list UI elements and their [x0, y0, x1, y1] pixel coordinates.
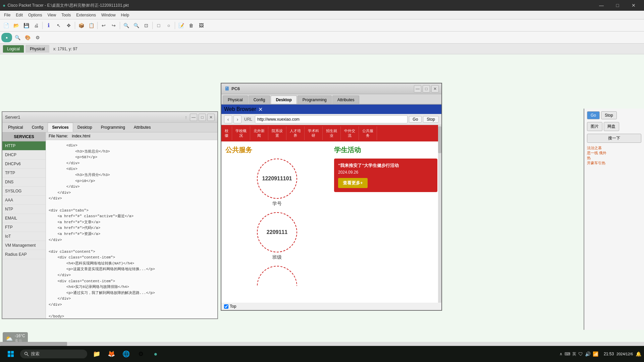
rect-tool[interactable]: □ — [154, 21, 163, 30]
server1-tab-physical[interactable]: Physical — [4, 123, 28, 132]
nav-go-button[interactable]: Go — [409, 116, 422, 123]
service-iot[interactable]: IoT — [2, 232, 46, 241]
service-vm[interactable]: VM Management — [2, 241, 46, 250]
pc6-tab-config[interactable]: Config — [249, 96, 270, 104]
taskbar-icon-cpt[interactable]: ● — [149, 347, 162, 361]
nav-public[interactable]: 公共服务 — [359, 126, 377, 140]
minimize-button[interactable]: — — [594, 0, 609, 11]
print-button[interactable]: 🖨 — [32, 21, 41, 30]
panel-disk-button[interactable]: 网盘 — [604, 122, 619, 131]
nav-research[interactable]: 学术科研 — [305, 126, 323, 140]
open-file-button[interactable]: 📂 — [11, 21, 21, 30]
menu-tools[interactable]: Tools — [59, 12, 73, 18]
network-canvas[interactable]: Server1 ↑ — □ ✕ Physical Config Services… — [0, 54, 644, 346]
menu-help[interactable]: Help — [118, 12, 132, 18]
service-dhcp[interactable]: DHCP — [2, 150, 46, 160]
panel-images-button[interactable]: 图片 — [587, 122, 602, 131]
image-tool[interactable]: 🖼 — [197, 21, 206, 30]
service-ntp[interactable]: NTP — [2, 205, 46, 214]
nav-about[interactable]: 学校概况 — [232, 126, 250, 140]
pc6-tab-desktop[interactable]: Desktop — [271, 96, 297, 104]
server1-tab-attributes[interactable]: Attributes — [129, 123, 155, 132]
zoom-fit-button[interactable]: ⊡ — [142, 21, 151, 30]
service-dns[interactable]: DNS — [2, 178, 46, 187]
server1-maximize[interactable]: □ — [199, 114, 206, 121]
menu-file[interactable]: File — [1, 12, 13, 18]
undo-button[interactable]: ↩ — [99, 21, 108, 30]
server1-tab-config[interactable]: Config — [28, 123, 48, 132]
zoom-out-button[interactable]: 🔍 — [131, 21, 141, 30]
pc6-tab-physical[interactable]: Physical — [223, 96, 248, 104]
service-dhcpv6[interactable]: DHCPv6 — [2, 160, 46, 169]
service-radius[interactable]: Radius EAP — [2, 250, 46, 259]
service-syslog[interactable]: SYSLOG — [2, 187, 46, 196]
tray-arrow-icon[interactable]: ∧ — [559, 352, 562, 356]
maximize-button[interactable]: □ — [610, 0, 625, 11]
component-button[interactable]: ⚙ — [33, 33, 42, 42]
ellipse-tool[interactable]: ○ — [164, 21, 173, 30]
browser-close-button[interactable]: ✕ — [256, 106, 265, 113]
tab-physical[interactable]: Physical — [25, 45, 49, 53]
info-button[interactable]: ℹ — [44, 21, 53, 30]
panel-search-button[interactable]: 搜一下 — [587, 134, 641, 143]
pc6-tab-attributes[interactable]: Attributes — [332, 96, 360, 104]
nav-departments[interactable]: 院系设置 — [268, 126, 286, 140]
save-file-button[interactable]: 💾 — [21, 21, 31, 30]
pc6-close[interactable]: ✕ — [431, 85, 439, 93]
panel-go-button[interactable]: Go — [587, 111, 600, 119]
nav-exchange[interactable]: 中外交流 — [341, 126, 359, 140]
pointer-tool[interactable]: ↖ — [54, 21, 63, 30]
palette-button[interactable]: 🎨 — [23, 33, 32, 42]
service-aaa[interactable]: AAA — [2, 196, 46, 205]
menu-window[interactable]: Window — [99, 12, 118, 18]
taskbar-icon-settings[interactable]: ⚙ — [134, 347, 148, 361]
website-scrollbar[interactable] — [438, 125, 441, 303]
service-email[interactable]: EMAIL — [2, 214, 46, 223]
select-mode-button[interactable]: ● — [1, 33, 12, 42]
code-editor[interactable]: <div> <h3>当前总分</h3> <p>587</p> </div> <d… — [46, 140, 217, 318]
taskbar-icon-browser2[interactable]: 🌐 — [119, 347, 133, 361]
service-tftp[interactable]: TFTP — [2, 169, 46, 178]
move-tool[interactable]: ✥ — [64, 21, 73, 30]
distribute-button[interactable]: 📋 — [87, 21, 96, 30]
server1-close[interactable]: ✕ — [207, 114, 215, 121]
server1-tab-services[interactable]: Services — [48, 123, 73, 132]
delete-tool[interactable]: 🗑 — [186, 21, 196, 30]
tab-logical[interactable]: Logical — [3, 45, 24, 53]
new-file-button[interactable]: 📄 — [1, 21, 11, 30]
panel-stop-button[interactable]: Stop — [601, 111, 617, 119]
server1-tab-programming[interactable]: Programming — [97, 123, 129, 132]
close-button[interactable]: ✕ — [626, 0, 641, 11]
nav-talent[interactable]: 人才培养 — [286, 126, 305, 140]
nav-news[interactable]: 北外新闻 — [250, 126, 268, 140]
url-input[interactable] — [255, 115, 408, 123]
notification-icon[interactable]: 🔔 — [636, 351, 641, 357]
taskbar-icon-explorer[interactable]: 📁 — [90, 347, 103, 361]
canvas-scrollbar[interactable] — [0, 342, 644, 346]
pc6-maximize[interactable]: □ — [423, 85, 430, 93]
zoom-in-button[interactable]: 🔍 — [121, 21, 131, 30]
start-button[interactable] — [3, 346, 19, 362]
menu-options[interactable]: Options — [25, 12, 45, 18]
server1-tab-desktop[interactable]: Desktop — [73, 123, 97, 132]
service-ftp[interactable]: FTP — [2, 223, 46, 232]
nav-back-button[interactable]: ‹ — [224, 115, 232, 123]
pc6-tab-programming[interactable]: Programming — [298, 96, 332, 104]
search-mode-button[interactable]: 🔍 — [13, 33, 22, 42]
server1-minimize[interactable]: — — [190, 114, 197, 121]
note-tool[interactable]: 📝 — [176, 21, 186, 30]
nav-admissions[interactable]: 招生就业 — [323, 126, 341, 140]
redo-button[interactable]: ↪ — [109, 21, 118, 30]
menu-view[interactable]: View — [45, 12, 59, 18]
activity-more-button[interactable]: 查看更多+ — [338, 178, 368, 188]
pc6-minimize[interactable]: — — [414, 85, 421, 93]
bundle-button[interactable]: 📦 — [76, 21, 86, 30]
nav-stop-button[interactable]: Stop — [423, 116, 439, 123]
taskbar-search[interactable]: 搜索 — [20, 350, 87, 358]
menu-edit[interactable]: Edit — [13, 12, 25, 18]
nav-logo[interactable]: 校徽 — [221, 126, 232, 140]
clock-widget[interactable]: 21:53 2024/12/6 — [604, 352, 633, 356]
nav-forward-button[interactable]: › — [233, 115, 241, 123]
menu-extensions[interactable]: Extensions — [73, 12, 99, 18]
service-http[interactable]: HTTP — [2, 141, 46, 150]
